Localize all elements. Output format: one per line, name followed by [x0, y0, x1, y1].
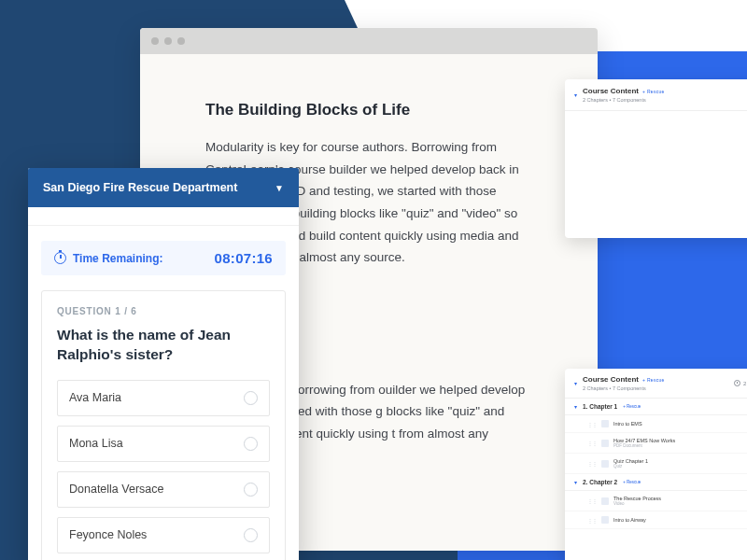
item-subtitle: Video — [613, 501, 661, 506]
chapter-row[interactable]: ▾ 2. Chapter 2 + Rescue 5:00 — [565, 474, 747, 491]
timer-label: Time Remaining: — [73, 252, 162, 265]
item-subtitle: PDF Document — [613, 443, 675, 448]
content-item[interactable]: ⋮⋮ Intro to Airway 5:00 — [565, 511, 747, 529]
window-dot — [151, 37, 159, 45]
quiz-org-name: San Diego Fire Rescue Department — [43, 181, 237, 194]
answer-option[interactable]: Donatella Versace — [57, 471, 270, 508]
question-counter: QUESTION 1 / 6 — [57, 306, 270, 316]
drag-handle-icon[interactable]: ⋮⋮ — [587, 497, 597, 504]
content-item[interactable]: ⋮⋮ Intro to EMS 5:00 — [565, 415, 747, 433]
answer-label: Donatella Versace — [69, 483, 163, 496]
article-heading: The Building Blocks of Life — [205, 101, 532, 119]
drag-handle-icon[interactable]: ⋮⋮ — [587, 460, 597, 467]
caret-down-icon: ▾ — [574, 380, 577, 386]
course-content-title: Course Content — [583, 375, 639, 384]
document-icon — [601, 440, 609, 447]
question-text: What is the name of Jean Ralphio's siste… — [57, 326, 270, 365]
radio-icon — [244, 528, 258, 542]
duration-text: 2:00:00 — [743, 381, 747, 386]
caret-down-icon: ▼ — [275, 183, 284, 193]
radio-icon — [244, 483, 258, 497]
answer-option[interactable]: Feyonce Noles — [57, 517, 270, 553]
stopwatch-icon — [54, 252, 66, 264]
caret-down-icon: ▾ — [574, 479, 577, 485]
quiz-mobile-card: San Diego Fire Rescue Department ▼ Time … — [28, 168, 299, 560]
quiz-subbar — [28, 207, 299, 226]
course-content-preview-expanded: ▾ Course Content + Rescue 2 Chapters • 7… — [565, 369, 747, 560]
course-content-header[interactable]: ▾ Course Content + Rescue 2 Chapters • 7… — [565, 79, 747, 111]
timer-value: 08:07:16 — [215, 250, 273, 266]
radio-icon — [244, 437, 258, 451]
content-item[interactable]: ⋮⋮ Quiz Chapter 1 Quiz 5:00 — [565, 454, 747, 474]
chapter-row[interactable]: ▾ 1. Chapter 1 + Rescue 10:00 — [565, 399, 747, 415]
clock-icon — [734, 380, 740, 386]
item-title: Intro to EMS — [613, 421, 642, 427]
quiz-icon — [601, 460, 609, 468]
question-card: QUESTION 1 / 6 What is the name of Jean … — [41, 290, 286, 560]
quiz-timer: Time Remaining: 08:07:16 — [41, 241, 286, 275]
course-content-subtitle: 2 Chapters • 7 Components — [583, 385, 665, 391]
course-content-badge: + Rescue — [642, 377, 665, 383]
browser-titlebar — [140, 28, 598, 54]
course-content-subtitle: 2 Chapters • 7 Components — [583, 97, 665, 103]
window-dot — [164, 37, 172, 45]
course-content-header[interactable]: ▾ Course Content + Rescue 2 Chapters • 7… — [565, 369, 747, 399]
drag-handle-icon[interactable]: ⋮⋮ — [587, 421, 597, 427]
document-icon — [601, 516, 609, 524]
video-icon — [601, 497, 609, 505]
content-item[interactable]: ⋮⋮ How 24/7 EMS Now Works PDF Document 5… — [565, 433, 747, 454]
answer-label: Mona Lisa — [69, 437, 123, 450]
chapter-badge: + Rescue — [623, 404, 641, 409]
chapter-title: 2. Chapter 2 — [583, 479, 617, 485]
answer-option[interactable]: Mona Lisa — [57, 426, 270, 462]
quiz-org-header[interactable]: San Diego Fire Rescue Department ▼ — [28, 168, 299, 207]
course-content-badge: + Rescue — [642, 89, 665, 94]
caret-down-icon: ▾ — [574, 91, 577, 98]
content-item[interactable]: ⋮⋮ The Rescue Process Video 5:00 — [565, 491, 747, 511]
course-content-title: Course Content — [583, 87, 639, 95]
chapter-title: 1. Chapter 1 — [583, 403, 617, 410]
drag-handle-icon[interactable]: ⋮⋮ — [587, 517, 597, 524]
item-title: Intro to Airway — [613, 517, 646, 523]
drag-handle-icon[interactable]: ⋮⋮ — [587, 440, 597, 446]
window-dot — [177, 37, 185, 45]
answer-option[interactable]: Ava Maria — [57, 380, 270, 416]
caret-down-icon: ▾ — [574, 403, 577, 410]
radio-icon — [244, 391, 258, 405]
answer-label: Feyonce Noles — [69, 528, 147, 541]
document-icon — [601, 420, 609, 427]
chapter-badge: + Rescue — [623, 480, 641, 484]
course-content-preview-collapsed: ▾ Course Content + Rescue 2 Chapters • 7… — [565, 79, 747, 238]
answer-label: Ava Maria — [69, 391, 121, 404]
course-content-duration: 2:00:00 — [734, 380, 747, 386]
item-subtitle: Quiz — [613, 464, 648, 469]
